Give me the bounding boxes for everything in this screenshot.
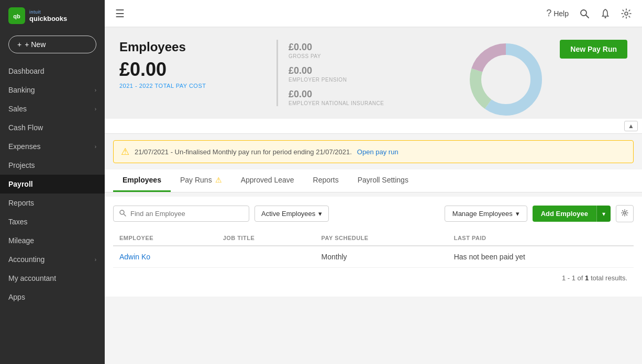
sidebar-item-cashflow[interactable]: Cash Flow	[0, 118, 105, 137]
sidebar-item-label: Taxes	[8, 218, 28, 226]
content-area: Employees £0.00 2021 - 2022 TOTAL PAY CO…	[105, 27, 642, 364]
employer-ni-label: EMPLOYER NATIONAL INSURANCE	[289, 100, 384, 106]
employees-table-area: Active Employees ▾ Manage Employees ▾ Ad…	[105, 197, 642, 297]
active-employees-dropdown[interactable]: Active Employees ▾	[254, 206, 329, 222]
sidebar-item-mileage[interactable]: Mileage	[0, 231, 105, 250]
table-settings-button[interactable]	[616, 205, 634, 222]
sidebar-item-label: Cash Flow	[8, 123, 43, 132]
add-employee-button[interactable]: Add Employee	[533, 206, 596, 222]
manage-employees-button[interactable]: Manage Employees ▾	[445, 206, 527, 222]
sidebar-item-banking[interactable]: Banking ›	[0, 81, 105, 99]
employer-ni-value: £0.00	[289, 89, 384, 100]
tab-employees[interactable]: Employees	[113, 169, 171, 192]
main-content: ☰ ? Help	[105, 0, 642, 364]
chevron-right-icon: ›	[95, 106, 96, 112]
sidebar: qb intuit quickbooks + + New Dashboard B…	[0, 0, 105, 364]
svg-point-10	[120, 210, 124, 214]
filter-bar-right: Manage Employees ▾ Add Employee ▾	[445, 205, 634, 222]
employees-table: Employee Job Title Pay Schedule Last Pai…	[113, 231, 634, 268]
pay-runs-warning-icon: ⚠	[215, 176, 222, 184]
tab-reports[interactable]: Reports	[304, 169, 348, 192]
last-paid-cell: Has not been paid yet	[448, 246, 634, 268]
chevron-down-icon: ▾	[318, 210, 322, 218]
warning-banner: ⚠ 21/07/2021 - Un-finalised Monthly pay …	[113, 140, 634, 163]
tab-pay-runs-label: Pay Runs	[180, 176, 212, 184]
tabs-container: Employees Pay Runs ⚠ Approved Leave Repo…	[105, 169, 642, 192]
sidebar-item-sales[interactable]: Sales ›	[0, 99, 105, 118]
sidebar-item-projects[interactable]: Projects	[0, 156, 105, 175]
svg-point-2	[581, 10, 586, 16]
svg-point-4	[605, 17, 606, 18]
new-button-label: + New	[25, 40, 46, 49]
warning-icon: ⚠	[121, 146, 129, 157]
header-left: Employees £0.00 2021 - 2022 TOTAL PAY CO…	[119, 40, 256, 89]
sidebar-item-label: Reports	[8, 199, 34, 207]
sidebar-item-reports[interactable]: Reports	[0, 194, 105, 212]
svg-line-11	[124, 214, 126, 217]
sidebar-item-accounting[interactable]: Accounting ›	[0, 250, 105, 269]
new-button[interactable]: + + New	[8, 36, 96, 53]
warning-text: 21/07/2021 - Un-finalised Monthly pay ru…	[135, 148, 352, 156]
gross-pay-label: GROSS PAY	[289, 53, 384, 59]
notifications-button[interactable]	[600, 8, 611, 19]
sidebar-item-label: Apps	[8, 293, 25, 301]
sidebar-item-dashboard[interactable]: Dashboard	[0, 62, 105, 81]
employer-pension-label: EMPLOYER PENSION	[289, 77, 384, 83]
employee-name-link[interactable]: Adwin Ko	[119, 253, 150, 261]
topbar: ☰ ? Help	[105, 0, 642, 27]
add-employee-wrap: Add Employee ▾	[533, 206, 611, 222]
sidebar-item-expenses[interactable]: Expenses ›	[0, 137, 105, 156]
manage-employees-label: Manage Employees	[452, 210, 513, 218]
collapse-button[interactable]: ▲	[624, 121, 638, 131]
stat-gross-pay: £0.00 GROSS PAY	[289, 42, 384, 59]
topbar-right: ? Help	[546, 8, 632, 19]
chevron-down-icon: ▾	[602, 210, 605, 218]
col-job-title: Job Title	[217, 231, 315, 246]
plus-icon: +	[17, 40, 21, 49]
add-employee-label: Add Employee	[541, 210, 588, 218]
sidebar-item-apps[interactable]: Apps	[0, 288, 105, 306]
new-pay-run-button[interactable]: New Pay Run	[560, 40, 627, 59]
open-pay-run-link[interactable]: Open pay run	[357, 148, 399, 156]
chevron-right-icon: ›	[95, 87, 96, 93]
tab-reports-label: Reports	[313, 176, 339, 184]
table-header: Employee Job Title Pay Schedule Last Pai…	[113, 231, 634, 246]
table-body: Adwin Ko Monthly Has not been paid yet	[113, 246, 634, 268]
collapse-bar: ▲	[105, 119, 642, 134]
tab-approved-leave-label: Approved Leave	[241, 176, 294, 184]
results-count: 1 - 1 of 1 total results.	[113, 268, 634, 288]
chevron-down-icon: ▾	[516, 210, 519, 218]
tab-payroll-settings-label: Payroll Settings	[358, 176, 408, 184]
search-icon	[119, 209, 126, 218]
sidebar-item-label: My accountant	[8, 274, 56, 282]
pay-schedule-cell: Monthly	[315, 246, 448, 268]
sidebar-item-label: Mileage	[8, 236, 34, 245]
tab-approved-leave[interactable]: Approved Leave	[231, 169, 304, 192]
donut-chart	[464, 38, 548, 123]
search-button[interactable]	[579, 8, 590, 19]
search-input[interactable]	[130, 210, 235, 218]
settings-button[interactable]	[621, 8, 632, 19]
page-title: Employees	[119, 40, 256, 54]
sidebar-item-taxes[interactable]: Taxes	[0, 212, 105, 231]
logo-area: qb intuit quickbooks	[0, 0, 105, 31]
col-pay-schedule: Pay Schedule	[315, 231, 448, 246]
help-button[interactable]: ? Help	[546, 8, 569, 19]
sidebar-item-payroll[interactable]: Payroll	[0, 175, 105, 194]
svg-text:qb: qb	[13, 13, 20, 19]
header-stats: £0.00 GROSS PAY £0.00 EMPLOYER PENSION £…	[276, 40, 384, 106]
filter-bar: Active Employees ▾ Manage Employees ▾ Ad…	[113, 205, 634, 222]
svg-line-3	[586, 15, 589, 18]
add-employee-dropdown-button[interactable]: ▾	[596, 206, 611, 222]
results-suffix: total results.	[589, 274, 627, 282]
donut-svg	[464, 38, 548, 121]
menu-icon[interactable]: ☰	[115, 7, 125, 20]
job-title-cell	[217, 246, 315, 268]
sidebar-item-label: Dashboard	[8, 67, 45, 75]
sidebar-item-my-accountant[interactable]: My accountant	[0, 269, 105, 288]
results-text: 1 - 1 of	[562, 274, 585, 282]
employee-name-cell: Adwin Ko	[113, 246, 217, 268]
stat-employer-pension: £0.00 EMPLOYER PENSION	[289, 65, 384, 83]
tab-pay-runs[interactable]: Pay Runs ⚠	[171, 169, 231, 192]
tab-payroll-settings[interactable]: Payroll Settings	[348, 169, 418, 192]
